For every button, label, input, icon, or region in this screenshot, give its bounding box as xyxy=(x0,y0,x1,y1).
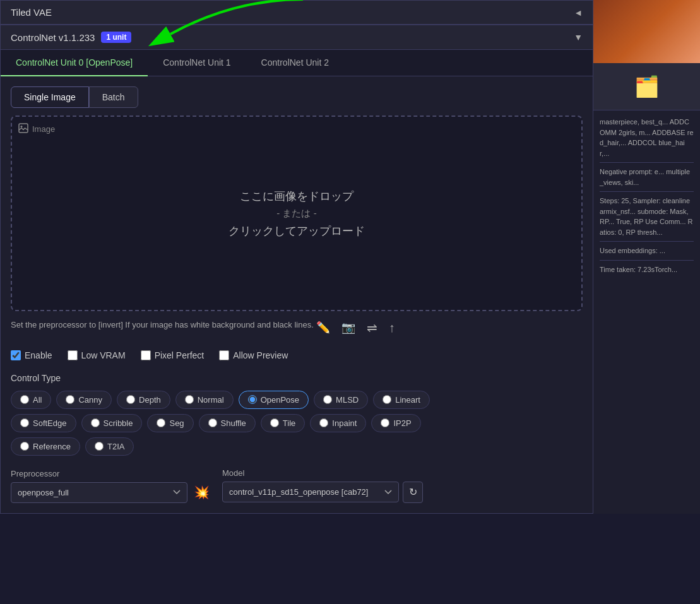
model-select[interactable]: control_v11p_sd15_openpose [cab72] xyxy=(222,482,399,502)
right-divider-4 xyxy=(600,260,694,261)
swap-icon-btn[interactable]: ⇌ xyxy=(364,317,380,338)
image-drop-label: Image xyxy=(18,123,55,135)
camera-icon-btn[interactable]: 📷 xyxy=(339,318,358,337)
pixel-perfect-checkbox-item[interactable]: Pixel Perfect xyxy=(141,350,205,360)
right-divider-1 xyxy=(600,162,694,163)
fire-btn[interactable]: 💥 xyxy=(191,482,212,502)
allow-preview-label: Allow Preview xyxy=(233,350,288,360)
radio-mlsd-input[interactable] xyxy=(323,395,332,404)
radio-seg-input[interactable] xyxy=(157,418,165,427)
right-thumbnail xyxy=(593,0,700,63)
radio-canny-label: Canny xyxy=(78,395,102,405)
drop-text-separator: - または - xyxy=(276,208,316,220)
radio-ip2p-input[interactable] xyxy=(381,418,389,427)
radio-normal-input[interactable] xyxy=(185,395,194,404)
right-panel: 🗂️ masterpiece, best_q... ADDCOMM 2girls… xyxy=(593,0,700,514)
single-image-tab[interactable]: Single Image xyxy=(11,86,89,108)
radio-inpaint-label: Inpaint xyxy=(332,418,357,428)
preprocessor-select[interactable]: openpose_full xyxy=(11,482,187,503)
refresh-icon: ↻ xyxy=(409,486,417,498)
folder-icon: 🗂️ xyxy=(634,74,660,98)
image-label-text: Image xyxy=(32,124,55,134)
radio-grid-row2: SoftEdge Scribble Seg Shuffle xyxy=(11,414,583,432)
enable-checkbox-item[interactable]: Enable xyxy=(11,350,52,360)
radio-shuffle-label: Shuffle xyxy=(221,418,246,428)
green-arrow xyxy=(107,0,309,55)
radio-ip2p[interactable]: IP2P xyxy=(371,414,420,432)
tiled-vae-arrow: ◄ xyxy=(574,8,583,18)
radio-canny-input[interactable] xyxy=(66,395,74,404)
radio-depth-input[interactable] xyxy=(126,395,135,404)
radio-tile-label: Tile xyxy=(283,418,295,428)
preprocessor-label: Preprocessor xyxy=(11,469,212,478)
image-tabs: Single Image Batch xyxy=(11,86,583,108)
right-text-area: masterpiece, best_q... ADDCOMM 2girls, m… xyxy=(593,110,700,281)
low-vram-label: Low VRAM xyxy=(81,350,126,360)
radio-tile-input[interactable] xyxy=(270,418,279,427)
swap-icon: ⇌ xyxy=(367,321,377,335)
radio-scribble[interactable]: Scribble xyxy=(81,414,143,432)
radio-all[interactable]: All xyxy=(11,391,51,409)
info-row: Set the preprocessor to [invert] If your… xyxy=(11,319,583,340)
edit-icon-btn[interactable]: ✏️ xyxy=(314,318,333,337)
left-panel: Tiled VAE ◄ ControlNet v1.1.233 1 unit ▼ xyxy=(0,0,593,514)
radio-lineart[interactable]: Lineart xyxy=(373,391,430,409)
checkbox-row: Enable Low VRAM Pixel Perfect Allow Prev… xyxy=(11,350,583,360)
radio-normal[interactable]: Normal xyxy=(175,391,234,409)
radio-depth[interactable]: Depth xyxy=(117,391,170,409)
radio-openpose-input[interactable] xyxy=(248,395,257,404)
allow-preview-checkbox[interactable] xyxy=(219,350,229,360)
image-drop-area[interactable]: Image ここに画像をドロップ - または - クリックしてアップロード xyxy=(11,115,583,311)
enable-checkbox[interactable] xyxy=(11,350,21,360)
model-select-wrapper: control_v11p_sd15_openpose [cab72] ↻ xyxy=(222,482,423,503)
radio-inpaint-input[interactable] xyxy=(319,418,328,427)
radio-openpose[interactable]: OpenPose xyxy=(239,391,309,409)
radio-mlsd[interactable]: MLSD xyxy=(314,391,368,409)
radio-softedge[interactable]: SoftEdge xyxy=(11,414,76,432)
refresh-btn[interactable]: ↻ xyxy=(403,482,423,503)
radio-reference[interactable]: Reference xyxy=(11,437,80,456)
radio-softedge-input[interactable] xyxy=(20,418,29,427)
radio-seg[interactable]: Seg xyxy=(147,414,193,432)
model-label: Model xyxy=(222,468,423,478)
radio-shuffle-input[interactable] xyxy=(208,418,217,427)
model-group: Model control_v11p_sd15_openpose [cab72]… xyxy=(222,468,423,503)
enable-label: Enable xyxy=(25,350,52,360)
negative-prompt-text: Negative prompt: e... multiple_views, sk… xyxy=(600,167,694,187)
controlnet-arrow: ▼ xyxy=(574,32,583,42)
radio-scribble-input[interactable] xyxy=(91,418,100,427)
batch-tab[interactable]: Batch xyxy=(89,86,138,108)
radio-canny[interactable]: Canny xyxy=(56,391,112,409)
radio-tile[interactable]: Tile xyxy=(261,414,305,432)
positive-prompt-text: masterpiece, best_q... ADDCOMM 2girls, m… xyxy=(600,117,694,158)
low-vram-checkbox-item[interactable]: Low VRAM xyxy=(68,350,126,360)
right-folder: 🗂️ xyxy=(593,63,700,110)
preprocessor-group: Preprocessor openpose_full 💥 xyxy=(11,469,212,503)
radio-t2ia-input[interactable] xyxy=(95,442,104,451)
radio-all-label: All xyxy=(33,395,42,405)
controlnet-content: ControlNet Unit 0 [OpenPose] ControlNet … xyxy=(0,50,593,514)
radio-seg-label: Seg xyxy=(169,418,184,428)
radio-shuffle[interactable]: Shuffle xyxy=(199,414,256,432)
preprocessor-select-wrapper: openpose_full 💥 xyxy=(11,482,212,503)
low-vram-checkbox[interactable] xyxy=(68,350,78,360)
radio-all-input[interactable] xyxy=(20,395,29,404)
radio-openpose-label: OpenPose xyxy=(261,395,299,405)
radio-grid-row3: Reference T2IA xyxy=(11,437,583,456)
upload-icon-btn[interactable]: ↑ xyxy=(386,318,398,338)
upload-icon: ↑ xyxy=(389,321,395,335)
radio-depth-label: Depth xyxy=(139,395,161,405)
camera-icon: 📷 xyxy=(341,321,355,334)
radio-normal-label: Normal xyxy=(198,395,224,405)
allow-preview-checkbox-item[interactable]: Allow Preview xyxy=(219,350,288,360)
time-taken-text: Time taken: 7.23sTorch... xyxy=(600,264,694,275)
pixel-perfect-label: Pixel Perfect xyxy=(155,350,205,360)
radio-reference-input[interactable] xyxy=(20,442,29,451)
radio-lineart-input[interactable] xyxy=(383,395,391,404)
radio-t2ia[interactable]: T2IA xyxy=(85,437,134,456)
pixel-perfect-checkbox[interactable] xyxy=(141,350,151,360)
image-icon xyxy=(18,123,28,135)
radio-softedge-label: SoftEdge xyxy=(33,418,67,428)
radio-inpaint[interactable]: Inpaint xyxy=(310,414,366,432)
radio-scribble-label: Scribble xyxy=(104,418,133,428)
